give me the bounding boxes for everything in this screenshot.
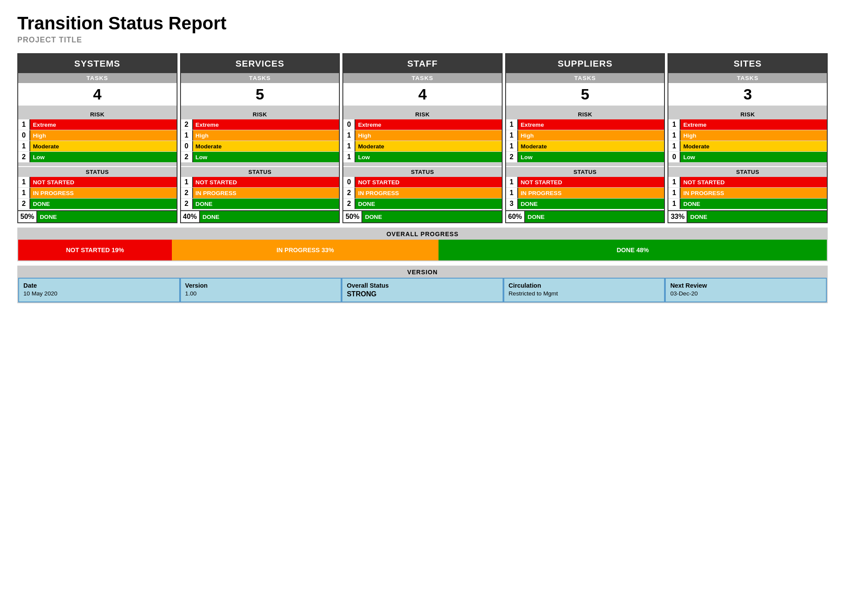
staff-extreme-badge: Extreme (355, 119, 502, 130)
suppliers-done-row: 3 DONE (506, 199, 664, 209)
systems-low-row: 2 Low (18, 152, 177, 163)
staff-extreme-row: 0 Extreme (343, 119, 502, 130)
staff-high-row: 1 High (343, 130, 502, 141)
sites-tasks-count: 3 (668, 83, 827, 106)
suppliers-not-started-badge: NOT STARTED (518, 177, 664, 187)
suppliers-status-label: STATUS (506, 167, 664, 177)
services-in-progress-num: 2 (181, 188, 193, 198)
systems-low-num: 2 (18, 152, 30, 162)
version-circulation-cell: Circulation Restricted to Mgmt (503, 278, 665, 302)
staff-in-progress-badge: IN PROGRESS (355, 188, 502, 198)
sites-high-badge: High (681, 130, 827, 141)
version-status-label: Overall Status (347, 282, 498, 289)
prog-done: DONE 48% (439, 240, 827, 260)
staff-header: STAFF (343, 54, 502, 73)
prog-not-started: NOT STARTED 19% (18, 240, 172, 260)
version-header: VERSION (18, 266, 827, 278)
sites-moderate-badge: Moderate (681, 141, 827, 151)
staff-done-pct-row: 50% DONE (343, 210, 502, 222)
suppliers-not-started-num: 1 (506, 177, 518, 187)
services-header: SERVICES (181, 54, 339, 73)
systems-high-badge: High (30, 130, 177, 141)
systems-in-progress-badge: IN PROGRESS (30, 188, 177, 198)
staff-moderate-row: 1 Moderate (343, 141, 502, 152)
sites-not-started-badge: NOT STARTED (681, 177, 827, 187)
progress-bar: NOT STARTED 19% IN PROGRESS 33% DONE 48% (18, 240, 827, 260)
systems-done-pct-num: 50% (18, 211, 37, 222)
services-not-started-num: 1 (181, 177, 193, 187)
systems-status-label: STATUS (18, 167, 177, 177)
suppliers-done-pct-row: 60% DONE (506, 210, 664, 222)
staff-not-started-row: 0 NOT STARTED (343, 177, 502, 188)
staff-tasks-count: 4 (343, 83, 502, 106)
version-status-cell: Overall Status STRONG (342, 278, 503, 302)
staff-low-badge: Low (355, 152, 502, 162)
suppliers-done-pct-badge: DONE (525, 211, 664, 222)
suppliers-in-progress-badge: IN PROGRESS (518, 188, 664, 198)
overall-progress-section: OVERALL PROGRESS NOT STARTED 19% IN PROG… (17, 228, 828, 261)
suppliers-done-pct-num: 60% (506, 211, 525, 222)
version-status-value: STRONG (347, 290, 498, 298)
version-version-value: 1.00 (185, 290, 337, 297)
systems-extreme-row: 1 Extreme (18, 119, 177, 130)
sites-status-label: STATUS (668, 167, 827, 177)
systems-risk-label: RISK (18, 109, 177, 119)
services-low-row: 2 Low (181, 152, 339, 163)
col-systems: SYSTEMS TASKS 4 RISK 1 Extreme 0 High 1 … (17, 53, 177, 223)
systems-low-badge: Low (30, 152, 177, 162)
version-date-value: 10 May 2020 (23, 290, 175, 297)
sites-in-progress-badge: IN PROGRESS (681, 188, 827, 198)
services-done-num: 2 (181, 199, 193, 209)
systems-tasks-label: TASKS (18, 73, 177, 83)
services-low-badge: Low (193, 152, 339, 162)
suppliers-high-badge: High (518, 130, 664, 141)
staff-moderate-num: 1 (343, 141, 355, 151)
sites-high-row: 1 High (668, 130, 827, 141)
systems-extreme-badge: Extreme (30, 119, 177, 130)
sites-low-num: 0 (668, 152, 681, 162)
services-low-num: 2 (181, 152, 193, 162)
services-done-pct-row: 40% DONE (181, 210, 339, 222)
sites-high-num: 1 (668, 130, 681, 141)
sites-moderate-row: 1 Moderate (668, 141, 827, 152)
services-done-pct-badge: DONE (200, 211, 339, 222)
services-moderate-row: 0 Moderate (181, 141, 339, 152)
suppliers-in-progress-num: 1 (506, 188, 518, 198)
systems-done-pct-badge: DONE (37, 211, 177, 222)
suppliers-in-progress-row: 1 IN PROGRESS (506, 188, 664, 199)
services-extreme-num: 2 (181, 119, 193, 130)
services-extreme-row: 2 Extreme (181, 119, 339, 130)
suppliers-tasks-count: 5 (506, 83, 664, 106)
suppliers-low-row: 2 Low (506, 152, 664, 163)
systems-not-started-badge: NOT STARTED (30, 177, 177, 187)
col-sites: SITES TASKS 3 RISK 1 Extreme 1 High 1 Mo… (668, 53, 828, 223)
services-status-label: STATUS (181, 167, 339, 177)
services-high-row: 1 High (181, 130, 339, 141)
suppliers-moderate-num: 1 (506, 141, 518, 151)
services-not-started-row: 1 NOT STARTED (181, 177, 339, 188)
suppliers-moderate-badge: Moderate (518, 141, 664, 151)
project-title: PROJECT TITLE (17, 35, 828, 45)
suppliers-extreme-row: 1 Extreme (506, 119, 664, 130)
services-high-badge: High (193, 130, 339, 141)
suppliers-moderate-row: 1 Moderate (506, 141, 664, 152)
staff-tasks-label: TASKS (343, 73, 502, 83)
suppliers-done-badge: DONE (518, 199, 664, 209)
prog-in-progress: IN PROGRESS 33% (172, 240, 439, 260)
services-in-progress-badge: IN PROGRESS (193, 188, 339, 198)
version-version-label: Version (185, 282, 337, 289)
version-next-review-value: 03-Dec-20 (670, 290, 822, 297)
systems-done-pct-row: 50% DONE (18, 210, 177, 222)
staff-low-num: 1 (343, 152, 355, 162)
services-risk-label: RISK (181, 109, 339, 119)
sites-header: SITES (668, 54, 827, 73)
version-next-review-label: Next Review (670, 282, 822, 289)
staff-risk-label: RISK (343, 109, 502, 119)
sites-in-progress-row: 1 IN PROGRESS (668, 188, 827, 199)
version-grid: Date 10 May 2020 Version 1.00 Overall St… (18, 278, 827, 302)
suppliers-extreme-num: 1 (506, 119, 518, 130)
version-version-cell: Version 1.00 (180, 278, 342, 302)
version-section: VERSION Date 10 May 2020 Version 1.00 Ov… (17, 266, 828, 303)
overall-progress-header: OVERALL PROGRESS (18, 228, 827, 240)
systems-done-row: 2 DONE (18, 199, 177, 209)
